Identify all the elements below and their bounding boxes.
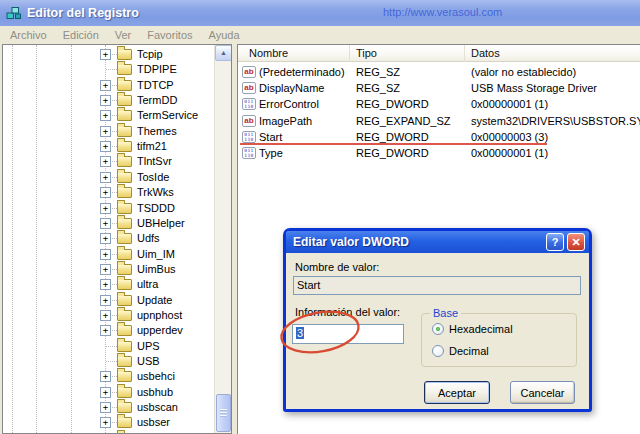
tree-item-ultra[interactable]: +ultra xyxy=(3,277,213,292)
expand-icon[interactable]: + xyxy=(100,49,111,60)
folder-icon xyxy=(117,126,132,137)
watermark-text: http://www.verasoul.com xyxy=(383,6,502,18)
folder-icon xyxy=(117,295,132,306)
tree-item-tdtcp[interactable]: +TDTCP xyxy=(3,78,213,93)
tree-item-usbehci[interactable]: +usbehci xyxy=(3,369,213,384)
value-row-predeterminado[interactable]: ab(Predeterminado)REG_SZ(valor no establ… xyxy=(238,65,640,81)
tree-item-tdpipe[interactable]: TDPIPE xyxy=(3,62,213,77)
tree-connector xyxy=(106,346,117,347)
tree-item-tsddd[interactable]: +TSDDD xyxy=(3,201,213,216)
decimal-radio-label: Decimal xyxy=(449,345,489,357)
scrollbar-thumb[interactable] xyxy=(216,394,231,432)
tree-item-usbscan[interactable]: +usbscan xyxy=(3,400,213,415)
tree-item-label: TermDD xyxy=(137,94,177,106)
window-titlebar[interactable]: Editor del Registro http://www.verasoul.… xyxy=(0,0,640,26)
expand-icon[interactable]: + xyxy=(100,203,111,214)
folder-icon xyxy=(117,264,132,275)
close-button[interactable]: ✕ xyxy=(567,233,585,251)
expand-icon[interactable]: + xyxy=(100,218,111,229)
expand-icon[interactable]: + xyxy=(100,310,111,321)
tree-item-upperdev[interactable]: +upperdev xyxy=(3,323,213,338)
folder-icon xyxy=(117,64,132,75)
tree-item-label: usbhub xyxy=(137,386,173,398)
cell-type: REG_EXPAND_SZ xyxy=(356,115,451,127)
tree-item-termservice[interactable]: +TermService xyxy=(3,108,213,123)
value-row-imagepath[interactable]: abImagePathREG_EXPAND_SZsystem32\DRIVERS… xyxy=(238,114,640,130)
folder-icon xyxy=(117,80,132,91)
expand-icon[interactable]: + xyxy=(100,187,111,198)
tree-item-upnphost[interactable]: +upnphost xyxy=(3,308,213,323)
expand-icon[interactable]: + xyxy=(100,141,111,152)
expand-icon[interactable]: + xyxy=(100,80,111,91)
menu-item-archivo[interactable]: Archivo xyxy=(2,28,55,42)
expand-icon[interactable]: + xyxy=(100,264,111,275)
expand-icon[interactable]: + xyxy=(100,156,111,167)
tree-item-label: Uim_IM xyxy=(137,248,175,260)
tree-item-label: UBHelper xyxy=(137,217,185,229)
expand-icon[interactable]: + xyxy=(100,295,111,306)
tree-item-update[interactable]: +Update xyxy=(3,293,213,308)
tree-item-label: ultra xyxy=(137,278,158,290)
expand-icon[interactable]: + xyxy=(100,95,111,106)
tree-item-toside[interactable]: +TosIde xyxy=(3,170,213,185)
string-value-icon: ab xyxy=(242,82,256,94)
menu-item-edicion[interactable]: Edición xyxy=(55,28,107,42)
value-name-field[interactable]: Start xyxy=(293,276,581,295)
decimal-radio[interactable]: Decimal xyxy=(432,345,489,357)
tree-item-ups[interactable]: UPS xyxy=(3,339,213,354)
selected-value-text: 3 xyxy=(296,327,304,339)
tree-item-uimbus[interactable]: +UimBus xyxy=(3,262,213,277)
cell-name: DisplayName xyxy=(259,82,324,94)
folder-icon xyxy=(117,279,132,290)
folder-icon xyxy=(117,387,132,398)
cancel-button[interactable]: Cancelar xyxy=(510,381,575,404)
tree-scrollbar[interactable]: ▲ xyxy=(214,45,231,433)
tree-item-usbhub[interactable]: +usbhub xyxy=(3,385,213,400)
dword-value-icon: 011 110 xyxy=(242,147,256,159)
expand-icon[interactable]: + xyxy=(100,387,111,398)
tree-item-tcpip[interactable]: +Tcpip xyxy=(3,47,213,62)
tree-item-termdd[interactable]: +TermDD xyxy=(3,93,213,108)
expand-icon[interactable]: + xyxy=(100,279,111,290)
expand-icon[interactable]: + xyxy=(100,325,111,336)
value-row-type[interactable]: 011 110TypeREG_DWORD0x00000001 (1) xyxy=(238,146,640,162)
column-header-nombre[interactable]: Nombre xyxy=(238,45,350,62)
tree-item-trkwks[interactable]: +TrkWks xyxy=(3,185,213,200)
cell-type: REG_SZ xyxy=(356,66,400,78)
tree-item-usb[interactable]: USB xyxy=(3,354,213,369)
expand-icon[interactable]: + xyxy=(100,402,111,413)
tree-item-usbser[interactable]: +usbser xyxy=(3,415,213,430)
tree-item-themes[interactable]: +Themes xyxy=(3,124,213,139)
menu-item-favoritos[interactable]: Favoritos xyxy=(139,28,200,42)
accept-button[interactable]: Aceptar xyxy=(424,381,490,404)
column-header-tipo[interactable]: Tipo xyxy=(350,45,465,62)
expand-icon[interactable]: + xyxy=(100,417,111,428)
menu-bar: ArchivoEdiciónVerFavoritosAyuda xyxy=(0,26,640,44)
cell-data: 0x00000001 (1) xyxy=(471,98,548,110)
tree-item-tifm21[interactable]: +tifm21 xyxy=(3,139,213,154)
value-data-label: Información del valor: xyxy=(295,306,400,318)
menu-item-ver[interactable]: Ver xyxy=(107,28,140,42)
tree-item-label: upnphost xyxy=(137,309,182,321)
value-row-displayname[interactable]: abDisplayNameREG_SZUSB Mass Storage Driv… xyxy=(238,81,640,97)
expand-icon[interactable]: + xyxy=(100,249,111,260)
tree-item-label: TSDDD xyxy=(137,202,175,214)
expand-icon[interactable]: + xyxy=(100,126,111,137)
expand-icon[interactable]: + xyxy=(100,110,111,121)
tree-item-udfs[interactable]: +Udfs xyxy=(3,231,213,246)
hexadecimal-radio[interactable]: Hexadecimal xyxy=(432,323,513,335)
value-data-input[interactable]: 3 xyxy=(292,324,404,344)
scroll-up-arrow-icon[interactable]: ▲ xyxy=(215,45,232,61)
help-button[interactable]: ? xyxy=(546,233,564,251)
expand-icon[interactable]: + xyxy=(100,172,111,183)
expand-icon[interactable]: + xyxy=(100,371,111,382)
dialog-titlebar[interactable]: Editar valor DWORD ? ✕ xyxy=(286,231,589,253)
menu-item-ayuda[interactable]: Ayuda xyxy=(201,28,248,42)
tree-item-uim-im[interactable]: +Uim_IM xyxy=(3,247,213,262)
tree-item-ubhelper[interactable]: +UBHelper xyxy=(3,216,213,231)
value-row-errorcontrol[interactable]: 011 110ErrorControlREG_DWORD0x00000001 (… xyxy=(238,97,640,113)
expand-icon[interactable]: + xyxy=(100,233,111,244)
folder-icon xyxy=(117,325,132,336)
tree-item-tlntsvr[interactable]: +TlntSvr xyxy=(3,154,213,169)
column-header-datos[interactable]: Datos xyxy=(465,45,640,62)
